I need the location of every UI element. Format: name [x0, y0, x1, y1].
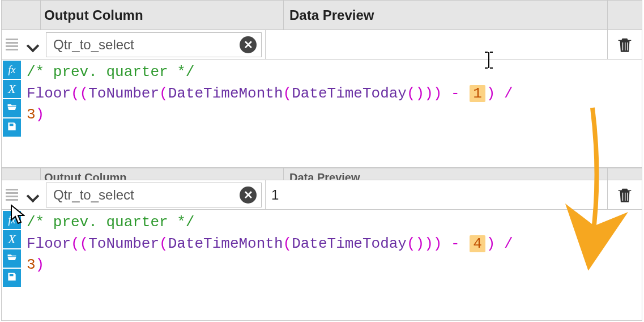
output-column-cell: Qtr_to_select ✕	[44, 180, 266, 209]
data-preview-cell: 1	[266, 180, 608, 209]
chevron-down-icon	[27, 189, 39, 201]
fn-datetimemonth: DateTimeMonth	[168, 235, 283, 252]
delete-row-button[interactable]	[608, 30, 642, 59]
save-button[interactable]	[3, 269, 21, 287]
data-preview-value: 1	[271, 187, 279, 203]
field-row: Qtr_to_select ✕ 1	[2, 180, 642, 210]
field-row: Qtr_to_select ✕	[2, 30, 642, 60]
fx-icon: fx	[8, 214, 16, 226]
editor-sidebar: fx X	[2, 60, 22, 137]
highlighted-number-4: 4	[470, 235, 485, 252]
fn-floor: Floor	[27, 85, 71, 102]
fx-functions-button[interactable]: fx	[3, 61, 21, 79]
expression-editor: fx X /* prev. quarter */ Floor((ToNumber…	[2, 210, 642, 287]
x-icon: X	[8, 232, 15, 247]
editor-sidebar: fx X	[2, 210, 22, 287]
folder-open-icon	[6, 252, 18, 266]
code-comment: /* prev. quarter */	[27, 63, 194, 80]
open-button[interactable]	[3, 249, 21, 268]
fn-datetimetoday: DateTimeToday	[292, 235, 407, 252]
folder-open-icon	[6, 101, 18, 116]
column-headers: Output Column Data Preview	[2, 1, 642, 30]
grip-spacer	[2, 1, 22, 29]
fn-tonumber: ToNumber	[88, 235, 159, 252]
save-icon	[6, 271, 18, 285]
fn-tonumber: ToNumber	[88, 85, 159, 102]
output-column-value: Qtr_to_select	[53, 187, 240, 203]
highlighted-number-1: 1	[470, 85, 485, 102]
header-delete-spacer	[608, 1, 642, 29]
output-column-input[interactable]: Qtr_to_select ✕	[46, 32, 262, 57]
fn-datetimetoday: DateTimeToday	[292, 85, 407, 102]
fx-functions-button[interactable]: fx	[3, 211, 21, 229]
open-button[interactable]	[3, 99, 21, 117]
trash-icon	[615, 35, 634, 54]
trash-icon	[615, 185, 634, 205]
formula-panel-top: Output Column Data Preview Qtr_to_select…	[1, 0, 642, 168]
x-icon: X	[8, 82, 15, 96]
save-icon	[6, 121, 18, 135]
expression-code[interactable]: /* prev. quarter */ Floor((ToNumber(Date…	[22, 60, 642, 137]
save-button[interactable]	[3, 118, 21, 137]
output-column-input[interactable]: Qtr_to_select ✕	[46, 183, 262, 207]
header-output-label-2: Output Column	[44, 171, 127, 180]
fx-icon: fx	[8, 64, 16, 76]
data-preview-cell	[266, 30, 608, 59]
chevron-down-icon	[27, 39, 39, 51]
output-column-cell: Qtr_to_select ✕	[44, 30, 266, 59]
fn-floor: Floor	[27, 235, 71, 252]
header-output-label: Output Column	[44, 7, 143, 23]
column-headers-cropped: Output Column Data Preview	[2, 168, 642, 180]
header-output-column: Output Column	[40, 1, 284, 29]
collapse-toggle[interactable]	[22, 180, 44, 209]
fn-datetimemonth: DateTimeMonth	[168, 85, 283, 102]
collapse-toggle[interactable]	[22, 30, 44, 59]
drag-handle[interactable]	[2, 30, 22, 59]
clear-icon[interactable]: ✕	[240, 187, 257, 204]
clear-icon[interactable]: ✕	[240, 36, 257, 53]
variables-button[interactable]: X	[3, 80, 21, 98]
formula-panel-bottom: Output Column Data Preview Qtr_to_select…	[1, 168, 642, 321]
variables-button[interactable]: X	[3, 230, 21, 248]
header-preview-label: Data Preview	[289, 7, 374, 23]
chevron-spacer	[22, 1, 40, 29]
expression-editor: fx X /* prev. quarter */ Floor((ToNumber…	[2, 60, 642, 137]
header-preview-label-2: Data Preview	[289, 171, 360, 180]
delete-row-button[interactable]	[608, 180, 642, 209]
divisor: 3	[27, 256, 36, 273]
divisor: 3	[27, 106, 36, 123]
output-column-value: Qtr_to_select	[53, 37, 240, 53]
expression-code[interactable]: /* prev. quarter */ Floor((ToNumber(Date…	[22, 210, 642, 287]
drag-handle[interactable]	[2, 180, 22, 209]
code-comment: /* prev. quarter */	[27, 214, 194, 231]
header-data-preview: Data Preview	[284, 1, 608, 29]
